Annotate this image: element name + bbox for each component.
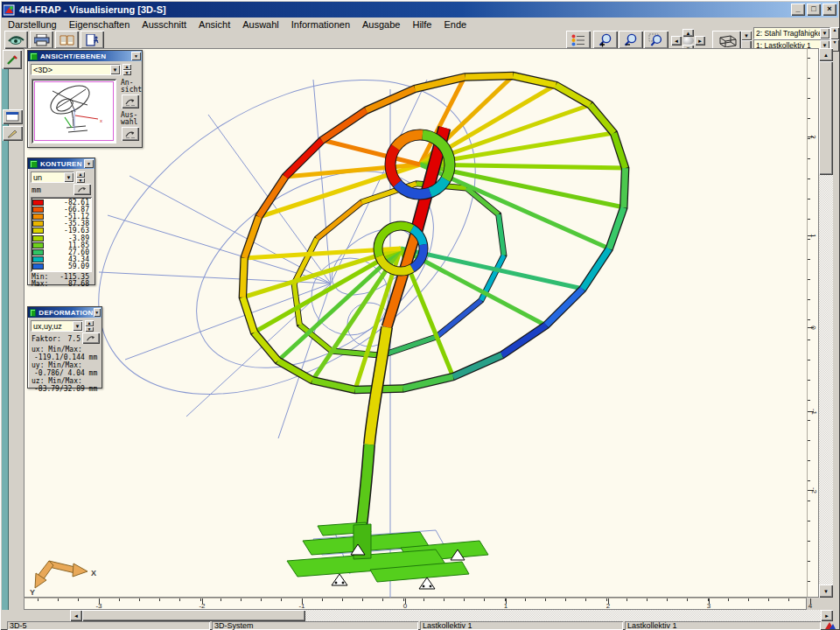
ansicht-label: An- sicht [121, 80, 142, 94]
menu-item-ausschnitt[interactable]: Ausschnitt [136, 19, 192, 30]
manual-button[interactable] [55, 31, 79, 49]
perspective-dropdown-button[interactable]: ▼ [741, 31, 752, 40]
zoom-window-icon [648, 33, 664, 47]
zoom-out-icon [624, 33, 639, 47]
apply-arrow-icon [125, 130, 136, 138]
ruler-minor-tick [626, 598, 627, 601]
ruler-minor-tick [281, 598, 282, 601]
perspective-options: ▼ [741, 31, 752, 50]
deformation-panel-menu-button[interactable]: ▼ [94, 308, 101, 317]
menu-item-ausgabe[interactable]: Ausgabe [356, 19, 406, 30]
zoom-in-button[interactable] [593, 31, 618, 49]
ansicht-panel-menu-button[interactable]: ▼ [131, 52, 141, 60]
ruler-minor-tick [808, 78, 810, 79]
ansicht-panel-title: ANSICHT/EBENEN [40, 52, 131, 60]
deformation-panel: DEFORMATION ▼ ux,uy,uz ▼ ▲ ▼ Faktor: 7.5… [27, 306, 102, 388]
deformation-panel-title: DEFORMATION [38, 309, 93, 317]
analysis-combo-arrow-icon[interactable]: ▼ [820, 28, 830, 38]
horizontal-scrollbar: ◄ ► [24, 610, 833, 621]
ruler-minor-tick [808, 500, 810, 501]
ruler-minor-tick [585, 598, 586, 601]
ruler-minor-tick [808, 239, 810, 240]
menu-item-auswahl[interactable]: Auswahl [236, 19, 285, 30]
ruler-minor-tick [322, 598, 323, 601]
cad-window-button[interactable] [3, 109, 23, 124]
ruler-label: 3 [707, 602, 710, 610]
scroll-up-button[interactable]: ▲ [819, 48, 833, 61]
zoom-out-button[interactable] [619, 31, 643, 49]
scroll-down-button[interactable]: ▼ [819, 584, 833, 598]
menu-item-darstellung[interactable]: Darstellung [2, 19, 63, 30]
apply-arrow-icon [125, 97, 136, 106]
maximize-button[interactable]: □ [807, 4, 821, 16]
model-preview-icon: x [35, 82, 112, 138]
deformation-row-label: ux: Min/Max: [32, 346, 102, 354]
pan-up-button[interactable]: ▲ [682, 29, 694, 37]
legend-swatch [32, 235, 44, 242]
analysis-combo-value: 2: Stahl Tragfähigkeit (Th. 2. O [754, 28, 820, 38]
perspective-button[interactable] [712, 31, 741, 50]
hscroll-thumb[interactable] [82, 610, 305, 621]
close-button[interactable]: × [822, 4, 836, 16]
view-spinner-down[interactable]: ▼ [122, 70, 131, 76]
status-field: 3D-System [212, 621, 418, 630]
menu-item-eigenschaften[interactable]: Eigenschaften [63, 19, 136, 30]
ruler-minor-tick [728, 598, 729, 601]
ruler-minor-tick [788, 598, 789, 601]
spinner-up-button[interactable]: ▲ [830, 27, 839, 39]
zoom-window-button[interactable] [644, 31, 668, 49]
view-combo[interactable]: <3D> ▼ [31, 64, 121, 75]
unit-apply-button[interactable] [74, 184, 91, 195]
analysis-combo[interactable]: 2: Stahl Tragfähigkeit (Th. 2. O ▼ [753, 27, 830, 39]
draw-button[interactable] [3, 126, 23, 141]
deformation-combo[interactable]: ux,uy,uz ▼ [31, 320, 83, 332]
contour-combo[interactable]: un ▼ [31, 172, 74, 183]
contour-spinner-down[interactable]: ▼ [76, 178, 85, 184]
menu-item-hilfe[interactable]: Hilfe [406, 19, 438, 30]
apply-arrow-icon [86, 334, 97, 342]
contour-spinner: ▲ ▼ [76, 172, 85, 183]
edit-mode-button[interactable] [3, 50, 22, 69]
ruler-minor-tick [808, 521, 810, 522]
legend-swatch [32, 249, 44, 256]
pen-icon [7, 129, 18, 138]
pan-right-button[interactable]: ► [695, 36, 705, 46]
ansicht-apply-button[interactable] [122, 94, 139, 108]
deformation-combo-arrow-icon[interactable]: ▼ [73, 321, 82, 331]
scroll-right-button[interactable]: ► [821, 610, 833, 621]
deformation-panel-titlebar[interactable]: DEFORMATION ▼ [28, 307, 102, 318]
legend-button[interactable] [566, 31, 591, 49]
minimize-button[interactable]: _ [791, 4, 805, 16]
ruler-minor-tick [808, 118, 810, 119]
scroll-left-button[interactable]: ◄ [70, 610, 82, 621]
status-field: Lastkollektiv 1 [420, 621, 623, 630]
konturen-panel-menu-button[interactable]: ▼ [84, 159, 94, 168]
menu-item-ende[interactable]: Ende [438, 19, 472, 30]
menu-item-informationen[interactable]: Informationen [285, 19, 356, 30]
pan-left-button[interactable]: ◄ [671, 36, 682, 46]
panel-icon [30, 52, 38, 60]
auswahl-apply-button[interactable] [122, 127, 139, 141]
pan-center-knob[interactable] [682, 37, 694, 45]
ruler-label: -1 [298, 602, 304, 610]
view-button[interactable] [4, 31, 28, 49]
exit-button[interactable] [80, 31, 104, 49]
ruler-minor-tick [545, 598, 546, 601]
app-icon [4, 4, 16, 16]
ruler-label: -2 [199, 602, 205, 610]
view-combo-arrow-icon[interactable]: ▼ [110, 65, 120, 74]
ruler-minor-tick [687, 598, 688, 601]
view-preview[interactable]: x [32, 79, 116, 144]
vscroll-thumb[interactable] [819, 61, 833, 175]
menu-item-ansicht[interactable]: Ansicht [192, 19, 236, 30]
auswahl-label: Aus- wahl [121, 112, 142, 126]
ruler-label: 2 [809, 135, 817, 138]
deformation-spinner-down[interactable]: ▼ [85, 326, 94, 332]
status-bar: 3D-53D-SystemLastkollektiv 1Lastkollekti… [2, 621, 838, 630]
ansicht-panel-titlebar[interactable]: ANSICHT/EBENEN ▼ [28, 51, 142, 61]
contour-combo-arrow-icon[interactable]: ▼ [64, 172, 74, 182]
legend-swatch [32, 263, 44, 270]
print-button[interactable] [30, 31, 53, 49]
konturen-panel-titlebar[interactable]: KONTUREN ▼ [28, 158, 94, 169]
faktor-apply-button[interactable] [82, 332, 100, 344]
